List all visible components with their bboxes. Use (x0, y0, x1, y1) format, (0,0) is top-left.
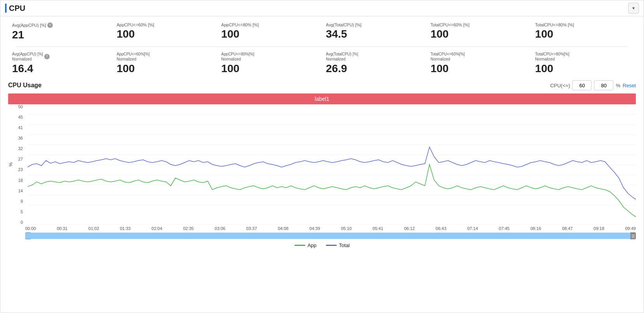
normalized-metric-value: 100 (431, 62, 528, 75)
divider (16, 47, 628, 47)
y-axis-tick: 18 (8, 178, 23, 183)
legend-item: App (294, 242, 317, 248)
x-axis-tick: 05:41 (372, 226, 383, 231)
chart-section: CPU Usage CPU(<=) % Reset label1 % 50454… (0, 76, 644, 252)
chart-header: CPU Usage CPU(<=) % Reset (8, 80, 636, 90)
y-axis-tick: 32 (8, 146, 23, 151)
cpu-80-input[interactable] (594, 80, 613, 90)
y-axis-tick: 0 (8, 220, 23, 225)
x-axis-tick: 09:49 (625, 226, 636, 231)
normalized-metric-value: 16.4 (12, 62, 109, 75)
metric-value: 100 (431, 28, 528, 40)
x-axis-tick: 04:39 (310, 226, 320, 231)
normalized-metric-item: AppCPU<=60%[%]Normalized 100 (113, 50, 218, 76)
x-axis: 00:0000:3101:0201:3302:0402:3503:0603:37… (8, 225, 636, 231)
normalized-metric-item: TotalCPU<=80%[%]Normalized 100 (531, 50, 636, 76)
normalized-metric-value: 26.9 (326, 62, 423, 75)
normalized-metric-label: Avg(AppCPU) [%]Normalized ? (12, 52, 109, 62)
chart-label-bar: label1 (8, 93, 636, 104)
metric-item: TotalCPU<=80% [%] 100 (531, 20, 636, 43)
metric-value: 21 (12, 29, 109, 41)
x-axis-tick: 04:08 (278, 226, 289, 231)
metric-value: 100 (535, 28, 632, 40)
x-axis-tick: 07:45 (499, 226, 510, 231)
x-axis-tick: 00:31 (57, 226, 68, 231)
x-axis-tick: 06:12 (404, 226, 415, 231)
reset-button[interactable]: Reset (623, 83, 636, 88)
x-axis-tick: 02:35 (183, 226, 194, 231)
normalized-metric-label: TotalCPU<=60%[%]Normalized (431, 52, 528, 62)
normalized-metric-item: Avg(TotalCPU) [%]Normalized 26.9 (322, 50, 427, 76)
header-dropdown-button[interactable]: ▾ (628, 3, 639, 14)
y-axis-tick: 50 (8, 104, 23, 109)
metric-label: Avg(AppCPU) [%] ? (12, 22, 109, 28)
y-axis-tick: 45 (8, 115, 23, 119)
metric-item: AppCPU<=60% [%] 100 (113, 20, 218, 43)
y-axis-tick: 36 (8, 136, 23, 140)
metric-label: AppCPU<=60% [%] (117, 22, 214, 27)
x-axis-tick: 08:16 (530, 226, 541, 231)
x-axis-tick: 02:04 (152, 226, 163, 231)
y-axis-tick: 5 (8, 209, 23, 214)
cpu-lte-label: CPU(<=) (550, 83, 570, 88)
page-title: CPU (5, 3, 25, 13)
metric-label: TotalCPU<=60% [%] (431, 22, 528, 27)
page-container: CPU ▾ Avg(AppCPU) [%] ? 21 AppCPU<=60% [… (0, 0, 644, 313)
x-axis-tick: 03:06 (215, 226, 225, 231)
legend-label: App (308, 242, 317, 248)
chart-svg (28, 104, 636, 225)
y-axis-tick: 14 (8, 188, 23, 193)
x-axis-tick: 05:10 (341, 226, 352, 231)
x-axis-tick: 03:37 (246, 226, 257, 231)
scrollbar-handle-right[interactable]: ||| (630, 232, 636, 239)
percent-label: % (616, 83, 620, 88)
legend-line (326, 245, 337, 246)
metric-item: Avg(TotalCPU) [%] 34.5 (322, 20, 427, 43)
cpu-60-input[interactable] (572, 80, 592, 90)
x-axis-tick: 01:33 (120, 226, 131, 231)
legend-label: Total (339, 242, 350, 248)
x-axis-tick: 00:00 (25, 226, 36, 231)
chart-body: % 504541363227231814950 (8, 104, 636, 225)
metric-value: 100 (117, 28, 214, 40)
scrollbar[interactable]: ||| ||| (25, 232, 636, 239)
metric-value: 100 (221, 28, 318, 40)
normalized-metric-item: AppCPU<=80%[%]Normalized 100 (217, 50, 322, 76)
metrics-section: Avg(AppCPU) [%] ? 21 AppCPU<=60% [%] 100… (0, 16, 644, 76)
metric-item: Avg(AppCPU) [%] ? 21 (8, 20, 113, 43)
chart-plot-area (28, 104, 636, 225)
metric-label: Avg(TotalCPU) [%] (326, 22, 423, 27)
metrics-row: Avg(AppCPU) [%] ? 21 AppCPU<=60% [%] 100… (8, 20, 636, 43)
normalized-metric-value: 100 (117, 62, 214, 75)
help-icon[interactable]: ? (44, 54, 50, 59)
normalized-metrics-row: Avg(AppCPU) [%]Normalized ? 16.4 AppCPU<… (8, 50, 636, 76)
x-axis-tick: 07:14 (467, 226, 478, 231)
normalized-metric-item: Avg(AppCPU) [%]Normalized ? 16.4 (8, 50, 113, 76)
title-text: CPU (9, 4, 25, 13)
x-axis-tick: 08:47 (562, 226, 573, 231)
metric-label: TotalCPU<=80% [%] (535, 22, 632, 27)
y-axis-wrapper: % 504541363227231814950 (8, 104, 28, 225)
chart-legend: App Total (8, 242, 636, 248)
y-axis-tick: 27 (8, 157, 23, 161)
legend-item: Total (326, 242, 350, 248)
x-axis-tick: 09:18 (594, 226, 604, 231)
y-axis-percent-label: % (8, 163, 14, 167)
legend-line (294, 245, 305, 246)
chart-title: CPU Usage (8, 82, 42, 89)
x-axis-tick: 01:02 (88, 226, 99, 231)
help-icon[interactable]: ? (47, 22, 53, 28)
scrollbar-thumb (25, 233, 636, 239)
metric-value: 34.5 (326, 28, 423, 40)
metric-label: AppCPU<=80% [%] (221, 22, 318, 27)
normalized-metric-label: TotalCPU<=80%[%]Normalized (535, 52, 632, 62)
normalized-metric-value: 100 (535, 62, 632, 75)
y-axis-tick: 23 (8, 167, 23, 172)
normalized-metric-label: AppCPU<=80%[%]Normalized (221, 52, 318, 62)
x-axis-tick: 06:43 (436, 226, 447, 231)
app-cpu-line (28, 164, 636, 217)
header: CPU ▾ (0, 0, 644, 16)
normalized-metric-value: 100 (221, 62, 318, 75)
y-axis-tick: 41 (8, 125, 23, 130)
chart-controls: CPU(<=) % Reset (550, 80, 636, 90)
